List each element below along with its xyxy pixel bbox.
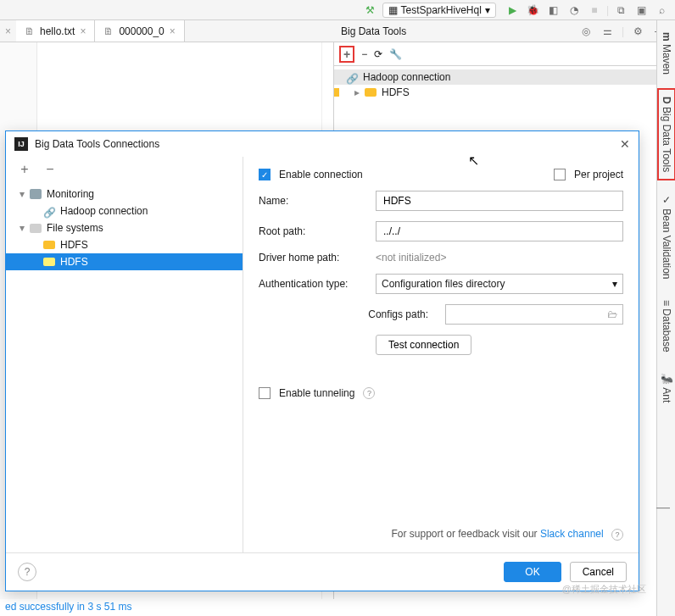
driver-home-value: <not initialized> [376, 252, 446, 264]
cancel-button[interactable]: Cancel [570, 562, 627, 582]
wrench-icon[interactable]: 🔧 [389, 48, 402, 60]
checkbox-label: Enable tunneling [279, 387, 354, 399]
run-configuration-selector[interactable]: ▦ TestSparkHiveHql ▾ [382, 3, 496, 18]
gear-icon[interactable]: ⚙ [629, 23, 646, 40]
search-icon[interactable]: ⌕ [653, 2, 670, 19]
name-label: Name: [259, 195, 367, 207]
tree-group-filesystems[interactable]: ▾ File systems [6, 219, 243, 236]
add-connection-button[interactable]: + [339, 46, 354, 63]
tree-row-hadoop[interactable]: 🔗 Hadoop connection [334, 69, 675, 85]
rail-bean-validation[interactable]: ✓ Bean Validation [659, 187, 674, 286]
tree-label: Hadoop connection [60, 205, 148, 217]
run-config-icon: ▦ [388, 4, 398, 16]
profile-icon[interactable]: ◔ [566, 2, 583, 19]
connection-icon: 🔗 [43, 207, 55, 215]
debug-icon[interactable]: 🐞 [525, 2, 542, 19]
tree-label: Hadoop connection [363, 71, 450, 83]
git-icon[interactable]: ⧉ [612, 2, 629, 19]
root-path-label: Root path: [259, 225, 367, 237]
tree-label: Monitoring [47, 188, 94, 200]
tab-label: hello.txt [40, 25, 75, 37]
hammer-icon[interactable]: ⚒ [362, 2, 379, 19]
layout-icon[interactable]: ▣ [633, 2, 650, 19]
connections-dialog: IJ Big Data Tools Connections ✕ + − ▾ Mo… [5, 130, 639, 591]
name-field[interactable] [376, 191, 623, 211]
chevron-down-icon[interactable]: ▾ [20, 222, 25, 234]
dialog-left-panel: + − ▾ Monitoring 🔗 Hadoop connection ▾ F… [6, 157, 243, 552]
dialog-right-panel: ✓ Enable connection Per project Name: Ro… [243, 157, 639, 552]
app-icon: IJ [14, 137, 28, 151]
help-icon[interactable]: ? [363, 387, 375, 399]
hdfs-icon [43, 258, 55, 266]
dialog-titlebar: IJ Big Data Tools Connections ✕ [6, 131, 639, 157]
add-button[interactable]: + [16, 161, 33, 178]
tree-item-hadoop[interactable]: 🔗 Hadoop connection [6, 203, 243, 219]
slack-link[interactable]: Slack channel [540, 528, 604, 540]
tool-window-title: Big Data Tools [341, 25, 406, 37]
root-path-input[interactable] [382, 225, 617, 238]
test-connection-button[interactable]: Test connection [376, 335, 471, 355]
checkbox-label: Enable connection [279, 169, 363, 180]
tree-item-hdfs-2[interactable]: HDFS [6, 253, 243, 270]
target-icon[interactable]: ◎ [577, 23, 594, 40]
hdfs-icon [365, 88, 377, 97]
dialog-tree: ▾ Monitoring 🔗 Hadoop connection ▾ File … [6, 182, 243, 552]
select-value: Configuration files directory [382, 278, 505, 290]
folder-open-icon[interactable]: 🗁 [607, 308, 617, 320]
connections-tree: 🔗 Hadoop connection ▸ HDFS [334, 66, 675, 103]
file-icon: 🗎 [103, 25, 114, 37]
checkbox-icon [259, 387, 271, 399]
tree-label: File systems [47, 222, 103, 234]
rail-database[interactable]: ≡ Database [659, 293, 674, 359]
tab-close-left[interactable]: × [0, 20, 16, 42]
refresh-icon[interactable]: ⟳ [374, 48, 382, 60]
tool-window-header: Big Data Tools ◎ ⚌ | ⚙ — [334, 20, 675, 42]
main-toolbar: ⚒ ▦ TestSparkHiveHql ▾ ▶ 🐞 ◧ ◔ ■ | ⧉ ▣ ⌕ [0, 0, 675, 20]
ok-button[interactable]: OK [504, 562, 561, 582]
help-button[interactable]: ? [18, 563, 36, 581]
configs-path-label: Configs path: [352, 308, 428, 320]
root-path-field[interactable] [376, 221, 623, 241]
remove-button[interactable]: − [361, 48, 367, 60]
tree-row-hdfs[interactable]: ▸ HDFS [334, 85, 675, 100]
help-icon[interactable]: ? [611, 529, 623, 541]
collapse-icon[interactable]: — [656, 500, 670, 515]
stop-icon[interactable]: ■ [586, 2, 603, 19]
rail-big-data-tools[interactable]: D Big Data Tools [657, 88, 676, 180]
tree-item-hdfs-1[interactable]: HDFS [6, 236, 243, 253]
enable-connection-checkbox[interactable]: ✓ Enable connection [259, 169, 363, 180]
driver-home-label: Driver home path: [259, 252, 367, 264]
name-input[interactable] [382, 194, 617, 208]
marker [334, 88, 339, 97]
run-config-label: TestSparkHiveHql [401, 4, 482, 16]
tab-hello[interactable]: 🗎 hello.txt × [16, 20, 95, 42]
chevron-down-icon[interactable]: ▾ [20, 188, 25, 200]
chevron-down-icon: ▾ [612, 278, 617, 290]
tree-group-monitoring[interactable]: ▾ Monitoring [6, 186, 243, 203]
run-icon[interactable]: ▶ [505, 2, 522, 19]
tree-label: HDFS [382, 86, 410, 98]
hdfs-icon [43, 241, 55, 249]
chevron-right-icon[interactable]: ▸ [354, 86, 360, 98]
checkbox-label: Per project [574, 169, 623, 180]
tab-000000[interactable]: 🗎 000000_0 × [95, 20, 184, 42]
close-icon[interactable]: ✕ [620, 137, 630, 151]
folder-icon [30, 224, 42, 233]
settings-sliders-icon[interactable]: ⚌ [600, 23, 616, 40]
support-text: For support or feedback visit our Slack … [259, 528, 623, 544]
tab-label: 000000_0 [119, 25, 164, 37]
configs-path-field[interactable]: 🗁 [445, 304, 623, 325]
tabs-row: × 🗎 hello.txt × 🗎 000000_0 × Big Data To… [0, 20, 675, 42]
rail-ant[interactable]: 🐜 Ant [659, 365, 674, 409]
checkbox-icon [554, 169, 566, 180]
rail-maven[interactable]: m Maven [659, 25, 674, 81]
per-project-checkbox[interactable]: Per project [554, 169, 623, 180]
close-icon[interactable]: × [80, 25, 86, 37]
editor-tabs: × 🗎 hello.txt × 🗎 000000_0 × [0, 20, 334, 42]
enable-tunneling-checkbox[interactable]: Enable tunneling ? [259, 387, 623, 399]
auth-type-select[interactable]: Configuration files directory ▾ [376, 274, 623, 294]
coverage-icon[interactable]: ◧ [545, 2, 562, 19]
chevron-down-icon: ▾ [485, 4, 490, 16]
close-icon[interactable]: × [170, 25, 176, 37]
remove-button[interactable]: − [42, 161, 59, 178]
